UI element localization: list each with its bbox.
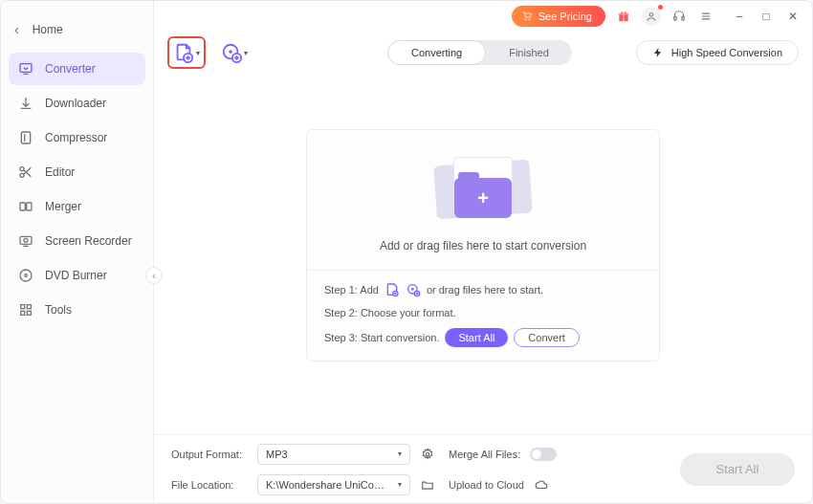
home-label: Home <box>33 23 63 36</box>
upload-cloud-label: Upload to Cloud <box>449 479 524 491</box>
chevron-down-icon: ▾ <box>398 480 402 489</box>
sidebar-item-downloader[interactable]: Downloader <box>9 87 145 120</box>
svg-point-24 <box>649 13 653 17</box>
svg-rect-23 <box>623 13 624 21</box>
sidebar-item-label: Editor <box>45 165 75 179</box>
cloud-upload-icon[interactable] <box>534 477 549 493</box>
svg-rect-12 <box>20 236 32 244</box>
svg-rect-11 <box>27 203 32 210</box>
svg-point-42 <box>411 288 414 291</box>
main-panel: See Pricing – □ ✕ <box>154 1 812 503</box>
open-folder-icon[interactable] <box>420 477 435 493</box>
add-file-button[interactable]: ▾ <box>167 36 206 69</box>
output-format-label: Output Format: <box>171 449 248 460</box>
recorder-icon <box>18 233 33 249</box>
window-maximize[interactable]: □ <box>757 7 776 26</box>
sidebar-collapse-handle[interactable]: ‹ <box>145 267 163 284</box>
add-dvd-button[interactable]: ▾ <box>215 36 253 69</box>
sidebar-item-label: Screen Recorder <box>45 234 132 248</box>
home-link[interactable]: ‹ Home <box>9 9 145 51</box>
sidebar-item-editor[interactable]: Editor <box>9 156 145 188</box>
gift-icon[interactable] <box>615 8 632 25</box>
svg-rect-0 <box>20 64 32 73</box>
convert-pill[interactable]: Convert <box>514 328 580 347</box>
footer-left: Output Format: MP3 ▾ Merge All Files: Fi… <box>171 444 557 495</box>
status-tabs: Converting Finished <box>387 40 572 65</box>
step-1-line: Step 1: Add or drag files here to start. <box>324 282 642 297</box>
merge-all-label: Merge All Files: <box>449 449 520 460</box>
svg-rect-19 <box>21 311 25 315</box>
drop-zone-top: + Add or drag files here to start conver… <box>307 130 659 271</box>
tools-grid-icon <box>18 302 33 318</box>
high-speed-conversion-button[interactable]: High Speed Conversion <box>636 40 799 65</box>
svg-rect-20 <box>27 311 31 315</box>
add-dvd-icon <box>406 282 421 297</box>
file-location-label: File Location: <box>171 479 248 491</box>
sidebar-item-label: Compressor <box>45 131 107 144</box>
add-file-icon <box>385 282 400 297</box>
chevron-down-icon: ▾ <box>244 49 248 57</box>
toolbar: ▾ ▾ Converting Finished <box>154 32 812 74</box>
tab-converting[interactable]: Converting <box>387 40 486 65</box>
download-icon <box>18 96 33 111</box>
sidebar: ‹ Home Converter Downloader Compressor <box>1 1 154 503</box>
sidebar-item-label: Converter <box>45 62 96 76</box>
chevron-down-icon: ▾ <box>196 49 200 57</box>
tab-label: Converting <box>411 47 462 58</box>
hamburger-menu-icon[interactable] <box>697 8 714 25</box>
sidebar-item-dvd-burner[interactable]: DVD Burner <box>9 259 145 292</box>
tab-label: Finished <box>509 47 549 58</box>
svg-rect-18 <box>27 305 31 309</box>
window-close[interactable]: ✕ <box>783 7 802 26</box>
svg-point-46 <box>426 452 429 456</box>
drop-zone[interactable]: + Add or drag files here to start conver… <box>306 129 660 362</box>
window-controls: – □ ✕ <box>730 7 802 26</box>
tab-finished[interactable]: Finished <box>486 40 572 65</box>
sidebar-item-merger[interactable]: Merger <box>9 190 145 223</box>
scissors-icon <box>18 164 33 180</box>
start-all-pill[interactable]: Start All <box>445 328 508 347</box>
file-location-select[interactable]: K:\Wondershare UniConverter 1 ▾ <box>257 474 410 495</box>
svg-rect-17 <box>21 305 25 309</box>
svg-rect-26 <box>682 17 684 20</box>
sidebar-item-tools[interactable]: Tools <box>9 294 145 326</box>
window-minimize[interactable]: – <box>730 7 749 26</box>
settings-gear-icon[interactable] <box>420 447 435 462</box>
output-format-select[interactable]: MP3 ▾ <box>257 444 410 465</box>
svg-point-16 <box>25 274 28 277</box>
start-all-label: Start All <box>716 462 759 476</box>
sidebar-item-label: Tools <box>45 303 72 317</box>
svg-rect-25 <box>674 17 676 20</box>
step2-text: Step 2: Choose your format. <box>324 307 456 318</box>
add-file-icon <box>173 42 194 63</box>
compress-icon <box>18 130 33 145</box>
step3-text: Step 3: Start conversion. <box>324 332 439 343</box>
notification-dot <box>658 5 663 10</box>
sidebar-item-screen-recorder[interactable]: Screen Recorder <box>9 225 145 257</box>
svg-rect-2 <box>21 132 30 143</box>
merge-all-toggle[interactable] <box>530 448 557 461</box>
merger-icon <box>18 199 33 214</box>
drop-zone-steps: Step 1: Add or drag files here to start.… <box>307 271 659 361</box>
sidebar-item-converter[interactable]: Converter <box>9 53 145 85</box>
sidebar-item-label: Downloader <box>45 97 106 110</box>
content-area: + Add or drag files here to start conver… <box>154 74 812 434</box>
output-format-value: MP3 <box>266 449 288 460</box>
user-account-icon[interactable] <box>642 7 661 26</box>
pricing-label: See Pricing <box>538 11 592 22</box>
drop-zone-text: Add or drag files here to start conversi… <box>380 239 586 252</box>
see-pricing-button[interactable]: See Pricing <box>512 6 605 27</box>
svg-rect-10 <box>20 203 25 210</box>
titlebar: See Pricing – □ ✕ <box>154 1 812 32</box>
headset-support-icon[interactable] <box>670 8 688 25</box>
step-2-line: Step 2: Choose your format. <box>324 307 642 318</box>
sidebar-item-label: Merger <box>45 200 81 213</box>
folder-plus-illustration: + <box>430 149 536 226</box>
start-all-button[interactable]: Start All <box>680 453 795 486</box>
sidebar-item-label: DVD Burner <box>45 269 107 282</box>
step1-pre: Step 1: Add <box>324 284 379 296</box>
footer-bar: Output Format: MP3 ▾ Merge All Files: Fi… <box>154 434 812 503</box>
dvd-icon <box>18 268 33 283</box>
add-dvd-icon <box>221 42 242 63</box>
sidebar-item-compressor[interactable]: Compressor <box>9 121 145 154</box>
